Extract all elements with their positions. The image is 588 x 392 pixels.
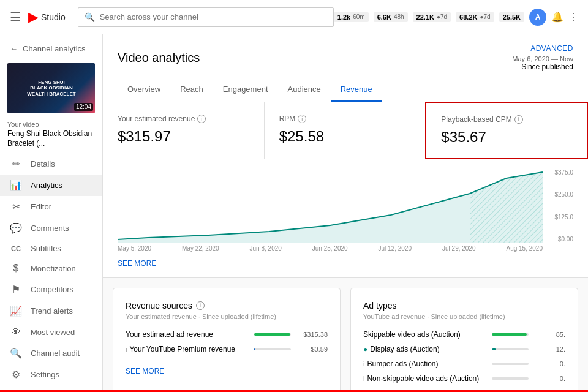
sidebar-item-most-viewed[interactable]: 👁 Most viewed [0, 322, 102, 342]
tab-revenue[interactable]: Revenue [331, 78, 382, 102]
more-icon[interactable]: ⋮ [568, 11, 578, 23]
sidebar-item-channel-audit[interactable]: 🔍 Channel audit [0, 342, 102, 364]
ad-types-title: Ad types [363, 301, 396, 311]
tab-overview[interactable]: Overview [118, 78, 170, 102]
tab-engagement[interactable]: Engagement [213, 78, 278, 102]
metric-estimated-revenue[interactable]: Your estimated revenue i $315.97 [103, 102, 265, 159]
tab-audience[interactable]: Audience [278, 78, 331, 102]
ad-bar-track-1 [492, 333, 529, 336]
chart-see-more-button[interactable]: SEE MORE [118, 259, 156, 268]
sidebar-back-button[interactable]: ← Channel analytics [0, 39, 102, 58]
progress-bar [0, 390, 588, 392]
topbar-right: 1.2k 60m 6.6K 48h 22.1K ●7d 68.2K ●7d 25… [334, 9, 578, 26]
advanced-button[interactable]: ADVANCED [530, 44, 573, 53]
sidebar-item-details[interactable]: ✏ Details [0, 153, 102, 175]
revenue-source-row-2: iYour YouTube Premium revenue $0.59 [126, 345, 328, 353]
sidebar-label-settings: Settings [31, 370, 59, 379]
sidebar-item-settings[interactable]: ⚙ Settings [0, 364, 102, 385]
sidebar-label-competitors: Competitors [31, 285, 74, 294]
metric-rpm[interactable]: RPM i $25.58 [265, 102, 426, 159]
ad-type-row-1: Skippable video ads (Auction) 85. [363, 330, 565, 339]
ad-bar-fill-1 [492, 333, 527, 336]
avatar[interactable]: A [529, 9, 546, 26]
info-icon-revenue[interactable]: i [197, 115, 206, 123]
menu-icon[interactable]: ☰ [10, 10, 21, 24]
date-range-label: May 6, 2020 — Now [512, 55, 573, 62]
notifications-icon[interactable]: 🔔 [551, 11, 564, 23]
ad-bar-value-1: 85. [535, 331, 565, 338]
info-icon-cpm[interactable]: i [514, 115, 523, 124]
chart-x-label-5: Jul 12, 2020 [379, 245, 412, 252]
edit-icon: ✏ [10, 158, 22, 170]
sidebar-label-analytics: Analytics [31, 181, 62, 190]
sidebar-label-comments: Comments [31, 224, 69, 233]
chart-container: May 5, 2020 May 22, 2020 Jun 8, 2020 Jun… [103, 159, 588, 278]
sidebar-item-comments[interactable]: 💬 Comments [0, 217, 102, 239]
metrics-row: Your estimated revenue i $315.97 RPM i $… [103, 102, 588, 159]
ad-type-row-3: iBumper ads (Auction) 0. [363, 360, 565, 368]
chart-x-label-3: Jun 8, 2020 [250, 245, 282, 252]
sidebar-item-editor[interactable]: ✂ Editor [0, 196, 102, 217]
sidebar-item-subtitles[interactable]: CC Subtitles [0, 239, 102, 258]
subtitles-icon: CC [10, 245, 22, 252]
chart-x-label-4: Jun 25, 2020 [312, 245, 348, 252]
sidebar-item-trend-alerts[interactable]: 📈 Trend alerts [0, 300, 102, 322]
info-icon-revenue-sources[interactable]: i [196, 301, 205, 310]
revenue-sources-card: Revenue sources i Your estimated revenue… [113, 288, 341, 390]
revenue-sources-title: Revenue sources [126, 301, 192, 311]
metric-label-rpm: RPM [279, 115, 296, 123]
stat-60m: 1.2k 60m [334, 12, 369, 22]
ad-type-label-2: ●Display ads (Auction) [363, 345, 486, 353]
sidebar-label-channel-audit: Channel audit [31, 349, 80, 358]
ad-type-label-3: iBumper ads (Auction) [363, 360, 486, 368]
bar-track-1 [254, 333, 291, 336]
ad-type-row-2: ●Display ads (Auction) 12. [363, 345, 565, 353]
chart-x-labels: May 5, 2020 May 22, 2020 Jun 8, 2020 Jun… [118, 245, 543, 252]
ad-bar-value-2: 12. [535, 345, 565, 353]
back-icon: ← [10, 44, 18, 53]
page-title: Video analytics [118, 51, 200, 65]
ad-bar-track-2 [492, 348, 529, 350]
ad-types-subtitle: YouTube ad revenue · Since uploaded (lif… [363, 313, 565, 320]
tab-reach[interactable]: Reach [170, 78, 213, 102]
ad-bar-value-4: 0. [535, 375, 565, 382]
chart-y-label-3: $125.0 [548, 214, 573, 221]
analytics-icon: 📊 [10, 179, 22, 191]
chart-y-label-2: $250.0 [548, 191, 573, 198]
video-thumbnail[interactable]: FENG SHUIBLACK OBSIDIANWEALTH BRACELET 1… [7, 63, 95, 113]
search-icon: 🔍 [85, 12, 95, 22]
search-bar[interactable]: 🔍 [78, 7, 334, 27]
sidebar-item-analytics[interactable]: 📊 Analytics [0, 175, 102, 196]
chart-y-label-1: $375.0 [548, 169, 573, 176]
revenue-sources-see-more[interactable]: SEE MORE [126, 367, 164, 375]
search-input[interactable] [100, 12, 327, 21]
stat-25k: 25.5K [499, 12, 524, 22]
metric-label-revenue: Your estimated revenue [118, 115, 195, 123]
sidebar-item-monetization[interactable]: $ Monetization [0, 258, 102, 279]
bar-fill-2 [254, 348, 255, 350]
sidebar-label-most-viewed: Most viewed [31, 328, 75, 337]
settings-icon: ⚙ [10, 369, 22, 380]
chart-x-label-7: Aug 15, 2020 [506, 245, 543, 252]
most-viewed-icon: 👁 [10, 326, 22, 337]
sidebar-label-trend-alerts: Trend alerts [31, 306, 73, 315]
info-icon-rpm[interactable]: i [298, 115, 306, 123]
thumb-duration: 12:04 [74, 103, 93, 111]
monetization-icon: $ [10, 263, 22, 274]
content-header: Video analytics ADVANCED May 6, 2020 — N… [103, 34, 588, 102]
stat-48h: 6.6K 48h [374, 12, 408, 22]
bar-fill-1 [254, 333, 290, 336]
chart-x-label-6: Jul 29, 2020 [442, 245, 476, 252]
competitors-icon: ⚑ [10, 284, 22, 295]
metric-cpm[interactable]: Playback-based CPM i $35.67 [425, 102, 588, 159]
revenue-source-row-1: Your estimated ad revenue $315.38 [126, 330, 328, 339]
sidebar-item-send-feedback[interactable]: ✉ Send feedback [0, 385, 102, 390]
sidebar-item-competitors[interactable]: ⚑ Competitors [0, 279, 102, 300]
your-video-label: Your video [0, 118, 102, 128]
ad-type-label-4: iNon-skippable video ads (Auction) [363, 374, 486, 383]
revenue-source-label-2: iYour YouTube Premium revenue [126, 345, 248, 353]
channel-analytics-label: Channel analytics [23, 44, 86, 53]
thumb-text: FENG SHUIBLACK OBSIDIANWEALTH BRACELET [24, 77, 78, 100]
chart-y-label-4: $0.00 [548, 236, 573, 243]
chart-x-label-1: May 5, 2020 [118, 245, 151, 252]
